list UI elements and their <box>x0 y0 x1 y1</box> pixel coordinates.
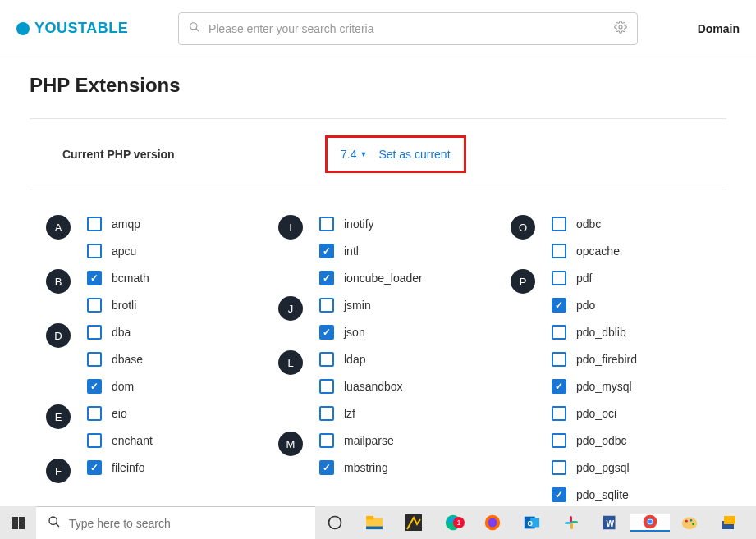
extension-column: OodbcopcachePpdfpdopdo_dblibpdo_firebird… <box>511 215 710 513</box>
app-icon[interactable] <box>394 514 433 531</box>
svg-line-1 <box>196 29 199 32</box>
edge-icon[interactable]: 1 <box>433 514 473 532</box>
extension-checkbox-inotify[interactable] <box>319 217 334 231</box>
slack-icon[interactable] <box>552 514 591 531</box>
extension-item: pdo_odbc <box>552 432 710 449</box>
extension-item: pdo <box>552 296 710 313</box>
extension-checkbox-ldap[interactable] <box>319 352 334 367</box>
extension-item: eio <box>87 404 245 422</box>
search-input[interactable] <box>208 22 614 35</box>
nav-domain[interactable]: Domain <box>698 22 740 35</box>
paint-icon[interactable] <box>670 514 709 531</box>
start-button[interactable] <box>0 506 36 539</box>
svg-rect-19 <box>571 521 578 523</box>
windows-logo-icon <box>12 517 25 529</box>
extension-checkbox-amqp[interactable] <box>87 217 102 231</box>
extension-label: inotify <box>344 217 374 231</box>
svg-rect-8 <box>366 527 383 530</box>
extension-checkbox-ioncube_loader[interactable] <box>319 271 334 285</box>
extension-checkbox-jsmin[interactable] <box>319 298 334 313</box>
letter-badge: I <box>278 215 303 240</box>
extension-checkbox-mailparse[interactable] <box>319 433 334 448</box>
page-title: PHP Extensions <box>30 74 726 97</box>
letter-group-j: Jjsminjson <box>278 296 478 340</box>
extension-checkbox-pdo_pgsql[interactable] <box>552 460 566 475</box>
extension-label: luasandbox <box>344 380 403 393</box>
taskbar-search-input[interactable] <box>69 517 304 530</box>
letter-badge: P <box>511 269 535 294</box>
extension-checkbox-eio[interactable] <box>87 406 102 421</box>
extension-item: apcu <box>87 242 245 259</box>
gear-icon[interactable] <box>614 21 627 36</box>
extension-checkbox-lzf[interactable] <box>319 406 334 421</box>
extension-item: pdo_sqlite <box>552 486 710 503</box>
svg-point-3 <box>49 517 57 524</box>
extension-checkbox-dom[interactable] <box>87 379 102 394</box>
php-version-dropdown[interactable]: 7.4 ▼ <box>341 148 367 161</box>
file-explorer-icon[interactable] <box>355 515 394 530</box>
extension-checkbox-json[interactable] <box>319 325 334 340</box>
extension-label: brotli <box>112 299 136 312</box>
app2-icon[interactable] <box>709 514 749 531</box>
extension-checkbox-pdo[interactable] <box>552 298 566 313</box>
extension-checkbox-pdo_firebird[interactable] <box>552 352 566 367</box>
letter-badge: J <box>278 296 303 321</box>
extension-checkbox-dba[interactable] <box>87 325 102 340</box>
extension-checkbox-pdo_dblib[interactable] <box>552 325 566 340</box>
search-icon <box>48 515 61 532</box>
extension-label: ioncube_loader <box>344 272 423 285</box>
extension-label: eio <box>112 407 127 420</box>
svg-point-2 <box>619 25 622 29</box>
svg-point-0 <box>190 23 197 30</box>
letter-group-o: Oodbcopcache <box>511 215 710 259</box>
extension-checkbox-apcu[interactable] <box>87 244 102 258</box>
extension-checkbox-pdo_odbc[interactable] <box>552 433 566 448</box>
outlook-icon[interactable]: O <box>512 514 552 532</box>
extension-label: bcmath <box>112 272 149 285</box>
extension-item: dbase <box>87 350 245 368</box>
extension-checkbox-enchant[interactable] <box>87 433 102 448</box>
extension-item: pdo_pgsql <box>552 459 710 476</box>
letter-group-p: Ppdfpdopdo_dblibpdo_firebirdpdo_mysqlpdo… <box>511 269 710 503</box>
letter-badge: O <box>511 215 535 240</box>
svg-line-4 <box>56 523 59 527</box>
extension-item: brotli <box>87 296 245 313</box>
extension-checkbox-opcache[interactable] <box>552 244 566 258</box>
logo[interactable]: YOUSTABLE <box>16 20 128 37</box>
cortana-icon[interactable] <box>315 514 355 531</box>
extension-checkbox-pdo_oci[interactable] <box>552 406 566 421</box>
extension-label: json <box>344 326 365 339</box>
extension-checkbox-pdf[interactable] <box>552 271 566 285</box>
extension-label: mbstring <box>344 461 388 474</box>
extension-checkbox-bcmath[interactable] <box>87 271 102 285</box>
extension-checkbox-pdo_sqlite[interactable] <box>552 487 566 502</box>
extension-item: dba <box>87 323 245 340</box>
firefox-icon[interactable] <box>473 514 512 532</box>
extension-item: intl <box>319 242 478 259</box>
extension-label: mailparse <box>344 434 394 447</box>
set-as-current-button[interactable]: Set as current <box>378 148 450 161</box>
extension-checkbox-pdo_mysql[interactable] <box>552 379 566 394</box>
search-box[interactable] <box>178 12 638 45</box>
extension-label: pdo_firebird <box>576 353 637 366</box>
letter-group-e: Eeioenchant <box>46 404 245 449</box>
svg-text:W: W <box>607 519 615 528</box>
extension-checkbox-brotli[interactable] <box>87 298 102 313</box>
extension-checkbox-luasandbox[interactable] <box>319 379 334 394</box>
extension-checkbox-fileinfo[interactable] <box>87 460 102 475</box>
extension-checkbox-intl[interactable] <box>319 244 334 258</box>
extension-column: AamqpapcuBbcmathbrotliDdbadbasedomEeioen… <box>46 215 245 513</box>
extension-checkbox-dbase[interactable] <box>87 352 102 367</box>
taskbar-search[interactable] <box>36 506 315 539</box>
extension-checkbox-mbstring[interactable] <box>319 460 334 475</box>
version-label: Current PHP version <box>62 148 325 161</box>
chrome-icon[interactable] <box>630 514 670 532</box>
letter-badge: B <box>46 269 71 294</box>
word-icon[interactable]: W <box>591 514 630 532</box>
extension-item: pdo_oci <box>552 404 710 422</box>
extension-item: lzf <box>319 404 478 422</box>
letter-group-f: Ffileinfo <box>46 459 245 476</box>
extension-item: json <box>319 323 478 340</box>
letter-badge: L <box>278 350 303 375</box>
extension-checkbox-odbc[interactable] <box>552 217 566 231</box>
